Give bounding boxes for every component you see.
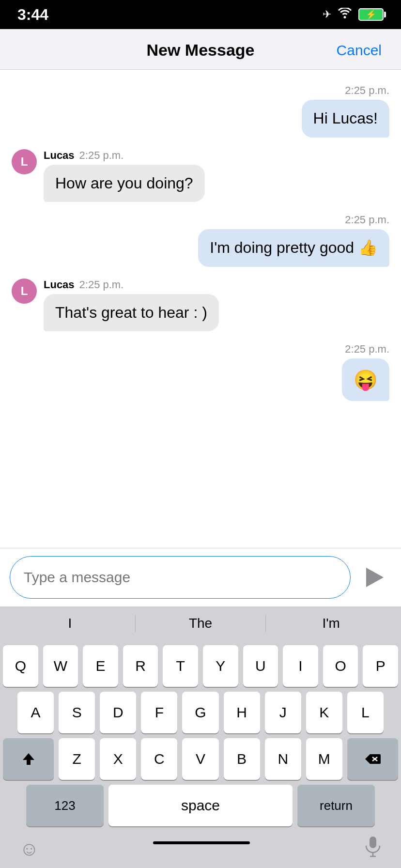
chat-header: New Message Cancel bbox=[0, 29, 401, 70]
key-u[interactable]: U bbox=[243, 645, 278, 687]
key-p[interactable]: P bbox=[363, 645, 398, 687]
emoji-icon[interactable]: ☺ bbox=[19, 838, 39, 860]
autocomplete-bar: I The I'm bbox=[0, 606, 401, 640]
header-title: New Message bbox=[147, 41, 255, 60]
status-bar: 3:44 ✈ ⚡ bbox=[0, 0, 401, 29]
sender-name: Lucas bbox=[44, 279, 75, 291]
messages-area: 2:25 p.m. Hi Lucas! L Lucas 2:25 p.m. Ho… bbox=[0, 70, 401, 548]
key-e[interactable]: E bbox=[83, 645, 118, 687]
key-s[interactable]: S bbox=[59, 692, 95, 733]
send-arrow-icon bbox=[366, 568, 384, 587]
bubble-wrapper: Lucas 2:25 p.m. That's great to hear : ) bbox=[44, 279, 219, 332]
autocomplete-word-1[interactable]: I bbox=[10, 616, 130, 631]
key-i[interactable]: I bbox=[283, 645, 318, 687]
message-input[interactable] bbox=[10, 556, 351, 599]
message-bubble: Hi Lucas! bbox=[302, 100, 389, 138]
key-a[interactable]: A bbox=[17, 692, 54, 733]
message-time: 2:25 p.m. bbox=[345, 343, 389, 356]
message-time: 2:25 p.m. bbox=[345, 214, 389, 226]
bubble-wrapper: 2:25 p.m. Hi Lucas! bbox=[302, 84, 389, 138]
key-row-1: Q W E R T Y U I O P bbox=[3, 645, 398, 687]
message-bubble: How are you doing? bbox=[44, 165, 205, 202]
message-time: 2:25 p.m. bbox=[345, 84, 389, 97]
home-indicator-container bbox=[39, 846, 364, 851]
bubble-wrapper: 2:25 p.m. 😝 bbox=[342, 343, 389, 401]
divider bbox=[135, 615, 136, 632]
keyboard-bottom: ☺ bbox=[0, 829, 401, 868]
key-k[interactable]: K bbox=[306, 692, 342, 733]
autocomplete-word-2[interactable]: The bbox=[140, 616, 261, 631]
key-x[interactable]: X bbox=[100, 738, 136, 780]
key-z[interactable]: Z bbox=[59, 738, 95, 780]
send-button[interactable] bbox=[358, 561, 391, 594]
status-icons: ✈ ⚡ bbox=[323, 8, 384, 21]
autocomplete-word-3[interactable]: I'm bbox=[271, 616, 391, 631]
delete-key[interactable] bbox=[347, 738, 398, 780]
message-time: 2:25 p.m. bbox=[79, 279, 124, 291]
key-m[interactable]: M bbox=[306, 738, 342, 780]
key-q[interactable]: Q bbox=[3, 645, 38, 687]
bubble-wrapper: 2:25 p.m. I'm doing pretty good 👍 bbox=[198, 214, 389, 267]
avatar: L bbox=[12, 279, 37, 304]
message-bubble: That's great to hear : ) bbox=[44, 294, 219, 332]
status-time: 3:44 bbox=[17, 6, 48, 24]
space-key[interactable]: space bbox=[108, 785, 293, 826]
bubble-wrapper: Lucas 2:25 p.m. How are you doing? bbox=[44, 149, 205, 202]
key-l[interactable]: L bbox=[347, 692, 384, 733]
airplane-icon: ✈ bbox=[323, 8, 331, 21]
key-v[interactable]: V bbox=[182, 738, 218, 780]
bubble-meta: 2:25 p.m. bbox=[345, 84, 389, 97]
message-row: L Lucas 2:25 p.m. That's great to hear :… bbox=[12, 279, 389, 332]
cancel-button[interactable]: Cancel bbox=[337, 42, 382, 59]
battery-icon: ⚡ bbox=[358, 8, 384, 21]
key-w[interactable]: W bbox=[43, 645, 78, 687]
key-h[interactable]: H bbox=[224, 692, 260, 733]
shift-key[interactable] bbox=[3, 738, 54, 780]
svg-rect-2 bbox=[370, 837, 376, 848]
key-g[interactable]: G bbox=[182, 692, 218, 733]
key-c[interactable]: C bbox=[141, 738, 177, 780]
bubble-meta: Lucas 2:25 p.m. bbox=[44, 149, 123, 162]
key-r[interactable]: R bbox=[123, 645, 158, 687]
key-row-3: Z X C V B N M bbox=[3, 738, 398, 780]
sender-name: Lucas bbox=[44, 149, 75, 162]
wifi-icon bbox=[338, 8, 352, 21]
key-b[interactable]: B bbox=[224, 738, 260, 780]
keyboard: I The I'm Q W E R T Y U I O P A bbox=[0, 606, 401, 868]
key-y[interactable]: Y bbox=[203, 645, 238, 687]
key-o[interactable]: O bbox=[323, 645, 358, 687]
divider bbox=[265, 615, 266, 632]
avatar: L bbox=[12, 149, 37, 174]
input-area bbox=[0, 548, 401, 606]
key-n[interactable]: N bbox=[265, 738, 301, 780]
chat-app: New Message Cancel 2:25 p.m. Hi Lucas! L… bbox=[0, 29, 401, 868]
message-row: 2:25 p.m. I'm doing pretty good 👍 bbox=[12, 214, 389, 267]
message-row: L Lucas 2:25 p.m. How are you doing? bbox=[12, 149, 389, 202]
message-bubble: I'm doing pretty good 👍 bbox=[198, 229, 389, 267]
bubble-meta: Lucas 2:25 p.m. bbox=[44, 279, 123, 291]
key-d[interactable]: D bbox=[100, 692, 136, 733]
message-row: 2:25 p.m. 😝 bbox=[12, 343, 389, 401]
bubble-meta: 2:25 p.m. bbox=[345, 343, 389, 356]
nums-key[interactable]: 123 bbox=[26, 785, 104, 826]
key-row-2: A S D F G H J K L bbox=[3, 692, 398, 733]
key-row-4: 123 space return bbox=[3, 785, 398, 826]
key-f[interactable]: F bbox=[141, 692, 177, 733]
home-indicator bbox=[153, 841, 250, 844]
return-key[interactable]: return bbox=[297, 785, 375, 826]
microphone-icon[interactable] bbox=[364, 836, 382, 862]
message-time: 2:25 p.m. bbox=[79, 149, 124, 162]
message-row: 2:25 p.m. Hi Lucas! bbox=[12, 84, 389, 138]
message-bubble: 😝 bbox=[342, 358, 389, 401]
bubble-meta: 2:25 p.m. bbox=[345, 214, 389, 226]
key-t[interactable]: T bbox=[163, 645, 198, 687]
key-j[interactable]: J bbox=[265, 692, 301, 733]
key-rows: Q W E R T Y U I O P A S D F G H J K bbox=[0, 640, 401, 829]
